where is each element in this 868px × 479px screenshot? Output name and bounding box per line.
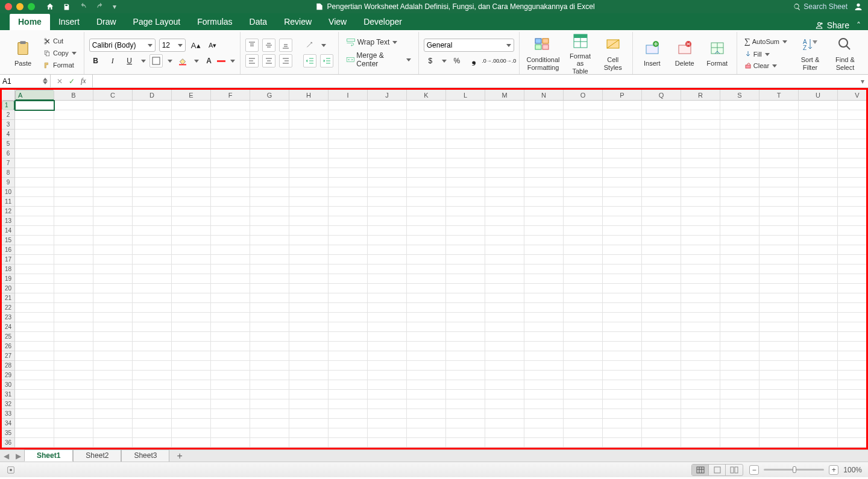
cell[interactable] — [250, 303, 289, 313]
cell[interactable] — [54, 438, 93, 448]
cell[interactable] — [329, 178, 368, 187]
column-header[interactable]: G — [250, 90, 289, 101]
number-format-select[interactable] — [424, 39, 514, 52]
cell[interactable] — [133, 351, 172, 361]
row-header[interactable]: 30 — [2, 380, 15, 390]
cell[interactable] — [681, 255, 720, 265]
cancel-formula-icon[interactable]: ✕ — [57, 77, 63, 86]
cell[interactable] — [211, 332, 250, 342]
cell[interactable] — [760, 428, 799, 438]
cell[interactable] — [407, 245, 446, 255]
cell[interactable] — [642, 332, 681, 342]
cell[interactable] — [524, 216, 564, 226]
cell[interactable] — [15, 293, 54, 303]
tab-insert[interactable]: Insert — [50, 14, 88, 30]
cell[interactable] — [329, 187, 368, 197]
cell[interactable] — [524, 399, 564, 409]
cell[interactable] — [15, 332, 54, 342]
maximize-window-icon[interactable] — [28, 3, 35, 10]
cell[interactable] — [642, 149, 681, 158]
column-header[interactable]: O — [564, 90, 603, 101]
cell[interactable] — [720, 236, 760, 245]
cell[interactable] — [485, 380, 524, 390]
cell[interactable] — [133, 438, 172, 448]
cell[interactable] — [564, 158, 603, 168]
close-window-icon[interactable] — [5, 3, 12, 10]
cell[interactable] — [564, 168, 603, 178]
cell[interactable] — [54, 226, 93, 236]
cell[interactable] — [54, 342, 93, 351]
cell[interactable] — [172, 110, 211, 120]
cell[interactable] — [368, 110, 407, 120]
cell[interactable] — [485, 130, 524, 139]
cell[interactable] — [54, 245, 93, 255]
cell[interactable] — [603, 236, 642, 245]
cell[interactable] — [642, 187, 681, 197]
cell[interactable] — [642, 371, 681, 380]
tab-view[interactable]: View — [320, 14, 355, 30]
cell[interactable] — [407, 390, 446, 399]
cell[interactable] — [485, 313, 524, 322]
cell[interactable] — [524, 236, 564, 245]
cell[interactable] — [681, 342, 720, 351]
cell[interactable] — [15, 284, 54, 293]
cell[interactable] — [681, 351, 720, 361]
cell[interactable] — [407, 226, 446, 236]
cell[interactable] — [329, 245, 368, 255]
cell[interactable] — [133, 130, 172, 139]
cell[interactable] — [838, 390, 868, 399]
column-header[interactable]: P — [603, 90, 642, 101]
cell[interactable] — [211, 187, 250, 197]
cell[interactable] — [93, 419, 133, 428]
cell[interactable] — [446, 419, 485, 428]
column-header[interactable]: S — [720, 90, 760, 101]
cell[interactable] — [642, 158, 681, 168]
cell[interactable] — [564, 187, 603, 197]
tab-developer[interactable]: Developer — [355, 14, 410, 30]
cell[interactable] — [760, 255, 799, 265]
column-header[interactable]: D — [133, 90, 172, 101]
cell[interactable] — [93, 178, 133, 187]
cell[interactable] — [211, 101, 250, 110]
cell[interactable] — [799, 265, 838, 274]
wrap-text-button[interactable]: Wrap Text — [344, 37, 414, 48]
cell[interactable] — [15, 236, 54, 245]
cell[interactable] — [760, 101, 799, 110]
cell[interactable] — [329, 380, 368, 390]
cell[interactable] — [93, 197, 133, 207]
row-header[interactable]: 22 — [2, 303, 15, 313]
cell[interactable] — [720, 168, 760, 178]
cell[interactable] — [172, 351, 211, 361]
cell[interactable] — [838, 149, 868, 158]
row-header[interactable]: 18 — [2, 265, 15, 274]
cell[interactable] — [407, 284, 446, 293]
row-header[interactable]: 4 — [2, 130, 15, 139]
column-header[interactable]: T — [760, 90, 799, 101]
cell[interactable] — [838, 361, 868, 371]
cell[interactable] — [603, 438, 642, 448]
cell[interactable] — [524, 101, 564, 110]
cell[interactable] — [446, 158, 485, 168]
cell[interactable] — [133, 399, 172, 409]
cell[interactable] — [564, 120, 603, 130]
cell[interactable] — [54, 351, 93, 361]
row-header[interactable]: 23 — [2, 313, 15, 322]
cell[interactable] — [642, 226, 681, 236]
cell[interactable] — [603, 168, 642, 178]
cell[interactable] — [603, 428, 642, 438]
select-all-corner[interactable] — [2, 90, 15, 101]
cell[interactable] — [799, 207, 838, 216]
cell[interactable] — [799, 303, 838, 313]
cell[interactable] — [329, 322, 368, 332]
cell[interactable] — [603, 419, 642, 428]
cell[interactable] — [603, 139, 642, 149]
cell[interactable] — [289, 207, 329, 216]
cell[interactable] — [564, 149, 603, 158]
cell[interactable] — [289, 226, 329, 236]
column-header[interactable]: J — [368, 90, 407, 101]
cell[interactable] — [93, 351, 133, 361]
cell[interactable] — [368, 197, 407, 207]
cell[interactable] — [485, 216, 524, 226]
cell[interactable] — [54, 361, 93, 371]
bold-button[interactable]: B — [89, 54, 102, 67]
